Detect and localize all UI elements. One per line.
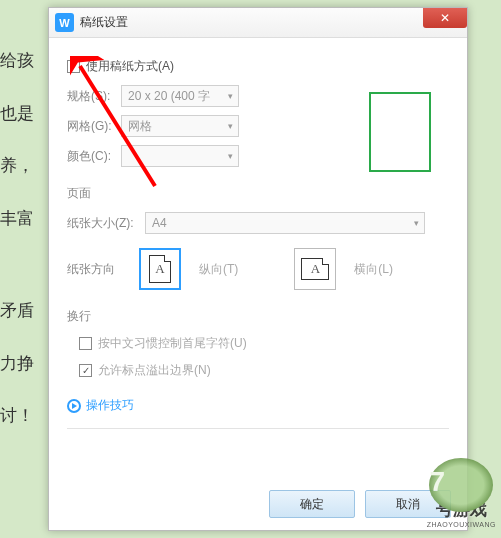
- paper-size-value: A4: [152, 216, 167, 230]
- wrap-section-label: 换行: [67, 308, 449, 325]
- page-section-label: 页面: [67, 185, 449, 202]
- portrait-option[interactable]: A: [139, 248, 181, 290]
- color-combo[interactable]: ▾: [121, 145, 239, 167]
- landscape-page-icon: A: [301, 258, 329, 280]
- preview-box: [369, 92, 431, 172]
- portrait-label: 纵向(T): [199, 261, 238, 278]
- grid-value: 网格: [128, 118, 152, 135]
- chevron-down-icon: ▾: [414, 218, 419, 228]
- dialog-footer: 确定 取消: [269, 490, 451, 518]
- writing-paper-settings-dialog: W 稿纸设置 ✕ 使用稿纸方式(A) 规格(S): 20 x 20 (400 字…: [48, 7, 468, 531]
- paper-size-combo[interactable]: A4 ▾: [145, 212, 425, 234]
- dialog-title: 稿纸设置: [80, 14, 128, 31]
- overflow-checkbox[interactable]: [79, 364, 92, 377]
- landscape-label: 横向(L): [354, 261, 393, 278]
- cjk-control-label: 按中文习惯控制首尾字符(U): [98, 335, 247, 352]
- grid-label: 网格(G):: [67, 118, 121, 135]
- tips-label: 操作技巧: [86, 397, 134, 414]
- chevron-down-icon: ▾: [228, 91, 233, 101]
- divider: [67, 428, 449, 429]
- orientation-label: 纸张方向: [67, 261, 127, 278]
- chevron-down-icon: ▾: [228, 121, 233, 131]
- paper-size-label: 纸张大小(Z):: [67, 215, 145, 232]
- grid-combo[interactable]: 网格 ▾: [121, 115, 239, 137]
- spec-label: 规格(S):: [67, 88, 121, 105]
- spec-combo[interactable]: 20 x 20 (400 字 ▾: [121, 85, 239, 107]
- use-writing-paper-checkbox[interactable]: [67, 60, 80, 73]
- titlebar: W 稿纸设置 ✕: [49, 8, 467, 38]
- dialog-content: 使用稿纸方式(A) 规格(S): 20 x 20 (400 字 ▾ 网格(G):…: [49, 38, 467, 451]
- close-button[interactable]: ✕: [423, 8, 467, 28]
- cancel-button[interactable]: 取消: [365, 490, 451, 518]
- cjk-control-checkbox[interactable]: [79, 337, 92, 350]
- use-writing-paper-label: 使用稿纸方式(A): [86, 58, 174, 75]
- play-circle-icon: [67, 399, 81, 413]
- color-label: 颜色(C):: [67, 148, 121, 165]
- portrait-page-icon: A: [149, 255, 171, 283]
- overflow-label: 允许标点溢出边界(N): [98, 362, 211, 379]
- ok-button[interactable]: 确定: [269, 490, 355, 518]
- landscape-option[interactable]: A: [294, 248, 336, 290]
- tips-link[interactable]: 操作技巧: [67, 397, 449, 414]
- app-icon: W: [55, 13, 74, 32]
- chevron-down-icon: ▾: [228, 151, 233, 161]
- use-writing-paper-row: 使用稿纸方式(A): [67, 58, 449, 75]
- spec-value: 20 x 20 (400 字: [128, 88, 210, 105]
